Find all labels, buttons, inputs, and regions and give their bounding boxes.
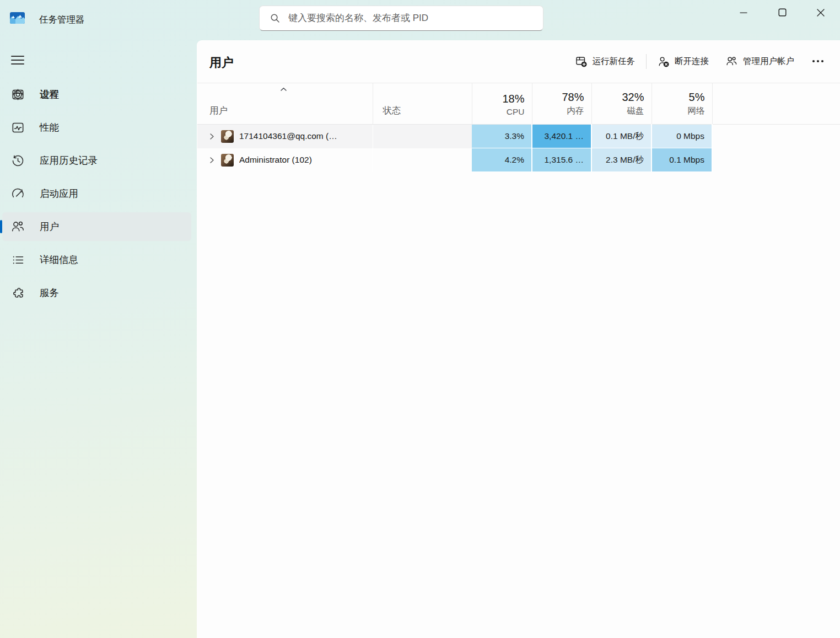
run-new-task-button[interactable]: 运行新任务 [567, 50, 644, 72]
manage-accounts-label: 管理用户帐户 [743, 56, 794, 67]
status-cell [373, 148, 472, 172]
cpu-total: 18% [472, 93, 525, 105]
table-header-row: 用户 状态 18% CPU 78% 内存 32% 磁盘 [197, 83, 840, 125]
column-header-memory[interactable]: 78% 内存 [532, 83, 591, 125]
app-title: 任务管理器 [39, 14, 85, 26]
gear-icon [10, 87, 25, 101]
disconnect-icon [658, 56, 669, 67]
run-new-task-label: 运行新任务 [593, 56, 636, 67]
column-header-status[interactable]: 状态 [373, 83, 472, 125]
user-row[interactable]: 1714104361@qq.com (… 3.3% 3,420.1 … 0.1 … [197, 125, 840, 148]
page-title: 用户 [209, 55, 234, 71]
main-panel: 用户 运行新任务 断开连接 [197, 40, 840, 638]
user-name: Administrator (102) [239, 155, 312, 165]
column-header-disk[interactable]: 32% 磁盘 [591, 83, 651, 125]
disk-cell: 2.3 MB/秒 [591, 148, 651, 172]
search-input[interactable] [288, 13, 535, 24]
disconnect-button[interactable]: 断开连接 [649, 50, 717, 72]
hamburger-menu-button[interactable] [9, 52, 26, 68]
expand-chevron-icon[interactable] [208, 157, 216, 164]
disk-total: 32% [592, 91, 644, 104]
filler-cell [712, 148, 840, 172]
search-box[interactable] [259, 6, 543, 31]
memory-total: 78% [532, 91, 584, 104]
sidebar-item-settings[interactable]: 设置 [2, 80, 191, 109]
status-cell [373, 125, 472, 148]
network-cell: 0.1 Mbps [651, 148, 712, 172]
users-table: 用户 状态 18% CPU 78% 内存 32% 磁盘 [197, 83, 840, 172]
column-header-network[interactable]: 5% 网络 [651, 83, 712, 125]
memory-cell: 3,420.1 … [532, 125, 591, 148]
cpu-cell: 4.2% [472, 148, 532, 172]
filler-cell [712, 125, 840, 148]
manage-accounts-button[interactable]: 管理用户帐户 [717, 50, 803, 72]
toolbar: 运行新任务 断开连接 [567, 49, 834, 73]
user-row[interactable]: Administrator (102) 4.2% 1,315.6 … 2.3 M… [197, 148, 840, 172]
close-button[interactable] [801, 0, 840, 25]
toolbar-divider [646, 54, 647, 69]
maximize-button[interactable] [763, 0, 801, 25]
minimize-button[interactable] [724, 0, 763, 25]
app-icon [10, 12, 25, 24]
column-header-filler [712, 83, 840, 125]
disconnect-label: 断开连接 [675, 56, 709, 67]
more-ellipsis-icon [812, 60, 824, 63]
search-icon [270, 13, 280, 23]
memory-cell: 1,315.6 … [532, 148, 591, 172]
network-cell: 0 Mbps [651, 125, 712, 148]
disk-cell: 0.1 MB/秒 [591, 125, 651, 148]
more-options-button[interactable] [803, 50, 833, 72]
titlebar: 任务管理器 [0, 0, 840, 40]
window-controls [724, 0, 840, 25]
manage-accounts-icon [725, 55, 737, 67]
sort-ascending-icon [280, 87, 287, 92]
expand-chevron-icon[interactable] [208, 133, 216, 140]
cpu-cell: 3.3% [472, 125, 532, 148]
sidebar: 进程 性能 应用历史记录 [0, 40, 196, 638]
sidebar-item-label: 设置 [40, 88, 59, 101]
user-avatar [221, 154, 234, 167]
user-name: 1714104361@qq.com (… [239, 131, 337, 141]
run-new-task-icon [575, 56, 587, 67]
column-header-user[interactable]: 用户 [197, 83, 373, 125]
network-total: 5% [652, 91, 705, 104]
column-header-cpu[interactable]: 18% CPU [472, 83, 532, 125]
user-avatar [221, 130, 234, 143]
